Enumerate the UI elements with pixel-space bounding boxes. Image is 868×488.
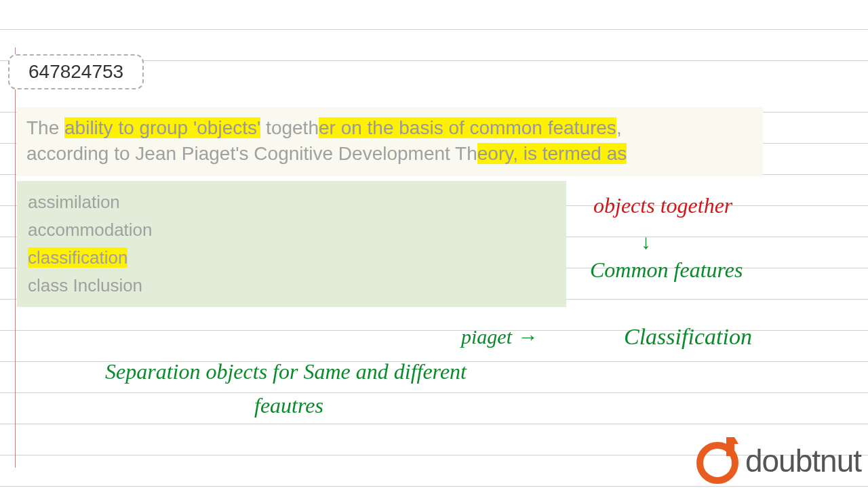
logo-text: doubtnut [745,443,861,479]
q-highlight: ability to group 'objects' [64,117,260,138]
option-c[interactable]: classification [28,245,555,271]
q-highlight: er on the basis of common features [319,117,616,138]
q-part: togeth [260,117,319,138]
question-id-box: 647824753 [8,54,144,89]
annotation-green-5: feautres [254,393,323,418]
question-text: The ability to group 'objects' together … [26,115,753,167]
question-id: 647824753 [28,61,123,82]
q-part: according to Jean Piaget's [26,143,249,164]
options-container: assimilation accommodation classificatio… [17,181,566,307]
margin-line [15,47,16,468]
annotation-green-4: Separation objects for Same and differen… [105,359,467,384]
option-b[interactable]: accommodation [28,217,555,243]
q-part: , [616,117,622,138]
q-part: Cognitive Development Th [249,143,477,164]
doubtnut-icon [694,437,741,485]
annotation-red-1: objects together [593,193,732,218]
option-c-highlight: classification [28,247,127,268]
annotation-green-3: Classification [624,324,752,350]
option-d[interactable]: class Inclusion [28,272,555,299]
arrow-down-icon: ↓ [641,230,651,253]
q-part: The [26,117,64,138]
annotation-green-1: Common features [590,258,743,283]
annotation-green-2: piaget → [461,325,537,348]
question-container: The ability to group 'objects' together … [17,107,763,176]
q-highlight: eory, is termed as [477,143,627,164]
brand-logo: doubtnut [694,437,861,485]
option-a[interactable]: assimilation [28,189,555,216]
